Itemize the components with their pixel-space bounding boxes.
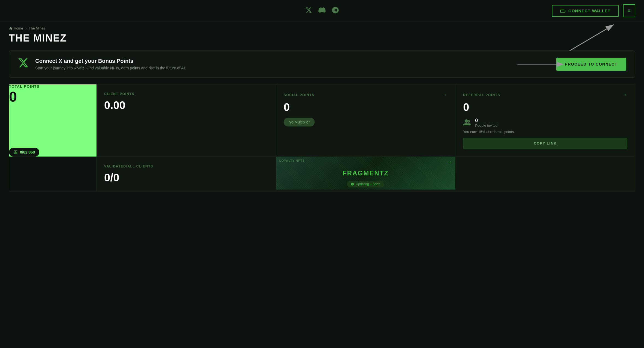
people-invited-label: People invited	[475, 123, 497, 128]
breadcrumb: Home › The Minez	[9, 26, 635, 30]
header: CONNECT WALLET ≡	[0, 0, 644, 22]
telegram-social-icon[interactable]	[332, 7, 339, 15]
client-points-card: CLIENT POINTS 0.00	[96, 84, 276, 157]
social-points-value: 0	[284, 101, 448, 113]
total-points-label: TOTAL POINTS	[9, 84, 96, 89]
loyalty-nft-arrow[interactable]: →	[447, 159, 452, 165]
no-multiplier-badge: No Multiplier	[284, 118, 315, 126]
updating-badge: Updating – Soon	[347, 181, 384, 187]
social-points-card: SOCIAL POINTS → 0 No Multiplier	[276, 84, 456, 157]
loyalty-nft-bg: LOYALTY NFTS FRAGMENTZ Updating – Soon →	[276, 157, 455, 190]
breadcrumb-separator: ›	[25, 26, 27, 30]
update-icon	[351, 182, 354, 186]
validated-clients-label: VALIDATED/ALL CLIENTS	[104, 164, 268, 168]
referral-points-arrow[interactable]: →	[622, 92, 628, 98]
breadcrumb-home[interactable]: Home	[9, 26, 23, 30]
people-invited-count: 0	[475, 118, 497, 123]
spacer-card	[9, 157, 96, 191]
page-title: THE MINEZ	[9, 33, 635, 44]
client-points-label: CLIENT POINTS	[104, 92, 268, 96]
fragmentz-name: FRAGMENTZ	[343, 169, 389, 177]
banner-text: Connect X and get your Bonus Points Star…	[35, 58, 550, 70]
connect-x-banner: Connect X and get your Bonus Points Star…	[9, 51, 635, 78]
loyalty-nfts-label: LOYALTY NFTS	[279, 159, 305, 162]
people-invited-row: 0 People invited	[463, 118, 627, 128]
banner-subtitle: Start your journey into Rivalz. Find val…	[35, 66, 550, 70]
referral-earn-text: You earn 15% of referrals points.	[463, 130, 627, 134]
people-icon	[463, 119, 472, 126]
hamburger-menu-button[interactable]: ≡	[623, 4, 635, 17]
x-social-icon[interactable]	[305, 7, 312, 15]
banner-x-icon	[18, 57, 29, 71]
rank-badge-text: 0/82,868	[20, 150, 35, 154]
validated-clients-card: VALIDATED/ALL CLIENTS 0/0	[96, 157, 276, 191]
social-points-arrow[interactable]: →	[442, 92, 448, 98]
header-right: CONNECT WALLET ≡	[426, 4, 635, 17]
breadcrumb-section: Home › The Minez THE MINEZ	[0, 22, 644, 44]
referral-points-label: REFERRAL POINTS →	[463, 92, 627, 98]
referral-points-value: 0	[463, 101, 627, 113]
stats-grid-bottom: VALIDATED/ALL CLIENTS 0/0 LOYALTY NFTS F…	[9, 157, 635, 192]
connect-wallet-button[interactable]: CONNECT WALLET	[552, 5, 619, 17]
validated-clients-value: 0/0	[104, 172, 268, 184]
hamburger-icon: ≡	[627, 8, 631, 14]
client-points-value: 0.00	[104, 99, 268, 111]
bottom-right-spacer	[455, 157, 635, 191]
loyalty-nfts-card: LOYALTY NFTS FRAGMENTZ Updating – Soon →	[276, 157, 456, 191]
discord-social-icon[interactable]	[318, 7, 326, 15]
banner-title: Connect X and get your Bonus Points	[35, 58, 550, 64]
copy-link-button[interactable]: COPY LINK	[463, 138, 627, 149]
stats-grid-top: TOTAL POINTS 0 0/82,868 CLIENT POINTS 0.…	[9, 84, 635, 157]
referral-points-card: REFERRAL POINTS → 0 0 People invited You…	[455, 84, 635, 157]
total-points-value: 0	[9, 89, 96, 105]
total-points-card: TOTAL POINTS 0 0/82,868	[9, 84, 96, 157]
social-points-label: SOCIAL POINTS →	[284, 92, 448, 98]
breadcrumb-current: The Minez	[29, 26, 45, 30]
header-center	[218, 7, 426, 15]
proceed-to-connect-button[interactable]: PROCEED TO CONNECT	[556, 58, 626, 71]
